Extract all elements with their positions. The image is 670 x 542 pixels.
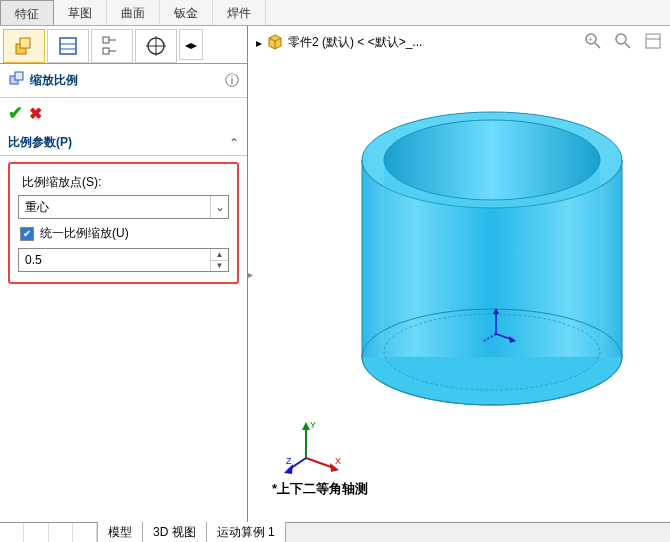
graphics-viewport[interactable]: ▸ ▸ 零件2 (默认) < <默认>_... + bbox=[248, 26, 670, 522]
svg-rect-6 bbox=[103, 48, 109, 54]
tab-surface[interactable]: 曲面 bbox=[107, 0, 160, 25]
tab-motion-study[interactable]: 运动算例 1 bbox=[207, 522, 286, 542]
panel-splitter[interactable]: ▸ bbox=[248, 26, 254, 522]
svg-point-21 bbox=[616, 34, 626, 44]
chevron-right-icon: ◂▸ bbox=[185, 38, 197, 52]
view-orientation-icon[interactable] bbox=[642, 30, 664, 52]
zoom-fit-icon[interactable]: + bbox=[582, 30, 604, 52]
tab-model[interactable]: 模型 bbox=[98, 522, 143, 542]
tab-weldments[interactable]: 焊件 bbox=[213, 0, 266, 25]
help-icon[interactable]: ⓘ bbox=[225, 72, 239, 90]
svg-rect-5 bbox=[103, 37, 109, 43]
cancel-button[interactable]: ✖ bbox=[29, 104, 42, 123]
spin-up-button[interactable]: ▲ bbox=[211, 249, 228, 261]
svg-text:+: + bbox=[588, 35, 593, 44]
scale-point-label: 比例缩放点(S): bbox=[22, 174, 229, 191]
pm-tab-more[interactable]: ◂▸ bbox=[179, 29, 203, 60]
scale-value-field[interactable]: ▲ ▼ bbox=[18, 248, 229, 272]
scale-feature-icon bbox=[8, 70, 26, 91]
pm-tab-bar: ◂▸ bbox=[0, 26, 247, 64]
tree-expand-icon[interactable]: ▸ bbox=[256, 36, 262, 50]
svg-text:X: X bbox=[335, 456, 341, 466]
part-label[interactable]: 零件2 (默认) < <默认>_... bbox=[288, 34, 422, 51]
svg-point-28 bbox=[384, 120, 600, 200]
spin-down-button[interactable]: ▼ bbox=[211, 261, 228, 272]
feature-tree-icon bbox=[12, 34, 36, 58]
tab-3dview[interactable]: 3D 视图 bbox=[143, 522, 207, 542]
svg-marker-34 bbox=[493, 308, 499, 314]
scale-params-group: 比例缩放点(S): 重心 ⌄ ✔ 统一比例缩放(U) ▲ ▼ bbox=[8, 162, 239, 284]
svg-line-22 bbox=[625, 43, 630, 48]
chevron-down-icon[interactable]: ⌄ bbox=[210, 196, 228, 218]
svg-line-19 bbox=[595, 43, 600, 48]
collapse-icon[interactable]: ⌃ bbox=[229, 136, 239, 150]
pm-tab-feature[interactable] bbox=[3, 29, 45, 63]
property-manager-panel: ◂▸ 缩放比例 ⓘ ✔ ✖ 比例参数(P) ⌃ 比例缩放点(S): 重心 ⌄ bbox=[0, 26, 248, 522]
view-orientation-label: *上下二等角轴测 bbox=[272, 480, 368, 498]
tab-sketch[interactable]: 草图 bbox=[54, 0, 107, 25]
ok-button[interactable]: ✔ bbox=[8, 102, 23, 124]
svg-rect-2 bbox=[60, 38, 76, 54]
scale-value-input[interactable] bbox=[19, 249, 210, 271]
view-triad-icon[interactable]: Y X Z bbox=[284, 418, 344, 478]
svg-rect-1 bbox=[20, 38, 30, 48]
svg-rect-13 bbox=[15, 72, 23, 80]
pm-tab-dimxpert[interactable] bbox=[135, 29, 177, 63]
svg-line-40 bbox=[306, 458, 334, 468]
scale-point-value: 重心 bbox=[19, 199, 210, 216]
origin-triad-icon bbox=[476, 306, 516, 346]
scale-point-select[interactable]: 重心 ⌄ bbox=[18, 195, 229, 219]
tab-scroll-area[interactable] bbox=[0, 523, 98, 542]
tab-features[interactable]: 特征 bbox=[0, 0, 54, 25]
uniform-scale-checkbox[interactable]: ✔ bbox=[20, 227, 34, 241]
model-cylinder[interactable] bbox=[342, 82, 642, 412]
feature-title: 缩放比例 bbox=[30, 72, 225, 89]
svg-text:Y: Y bbox=[310, 420, 316, 430]
pm-tab-config[interactable] bbox=[91, 29, 133, 63]
section-label: 比例参数(P) bbox=[8, 134, 229, 151]
zoom-area-icon[interactable] bbox=[612, 30, 634, 52]
dimxpert-icon bbox=[144, 34, 168, 58]
tab-sheetmetal[interactable]: 钣金 bbox=[160, 0, 213, 25]
svg-text:Z: Z bbox=[286, 456, 292, 466]
svg-rect-23 bbox=[646, 34, 660, 48]
property-icon bbox=[56, 34, 80, 58]
config-icon bbox=[100, 34, 124, 58]
bottom-tab-bar: 模型 3D 视图 运动算例 1 bbox=[0, 522, 670, 542]
pm-tab-property[interactable] bbox=[47, 29, 89, 63]
svg-marker-39 bbox=[302, 422, 310, 430]
svg-marker-36 bbox=[509, 336, 516, 343]
svg-line-37 bbox=[482, 334, 496, 342]
uniform-scale-label: 统一比例缩放(U) bbox=[40, 225, 129, 242]
part-icon bbox=[266, 32, 284, 53]
